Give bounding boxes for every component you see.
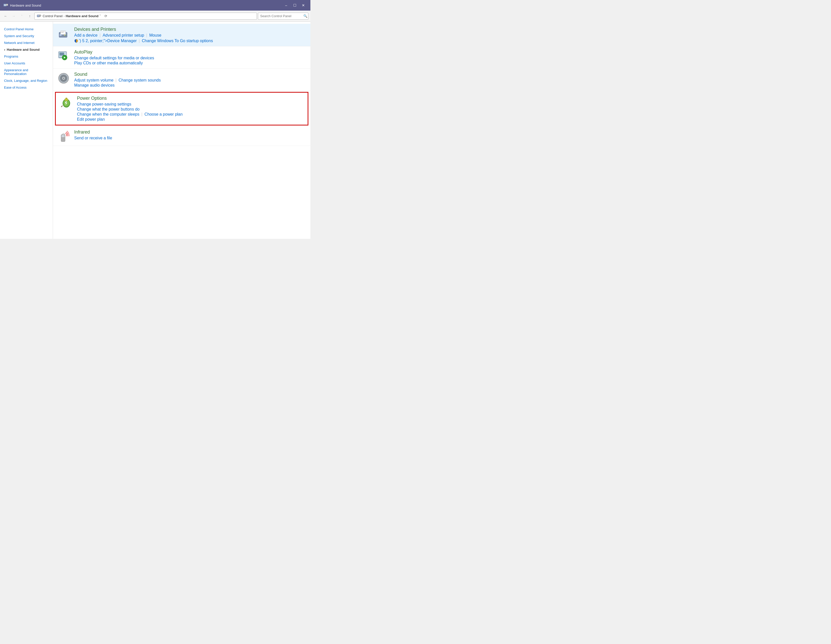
sound-section: Sound Adjust system volume | Change syst…: [53, 69, 310, 91]
infrared-icon: [57, 129, 70, 143]
main-layout: Control Panel Home System and Security N…: [0, 22, 310, 239]
search-input[interactable]: [258, 13, 308, 20]
window-title: Hardware and Sound: [10, 3, 282, 7]
add-device-link[interactable]: Add a device: [74, 33, 98, 38]
sidebar-label: Hardware and Sound: [7, 48, 40, 51]
power-options-icon: [60, 96, 73, 109]
mouse-link[interactable]: Mouse: [149, 33, 161, 38]
minimize-button[interactable]: –: [282, 2, 290, 9]
change-power-saving-link[interactable]: Change power-saving settings: [77, 102, 131, 107]
infrared-title: Infrared: [74, 129, 306, 135]
sidebar-item-ease-of-access[interactable]: Ease of Access: [0, 84, 53, 91]
sidebar-label: Control Panel Home: [4, 27, 33, 31]
svg-rect-28: [65, 98, 67, 99]
svg-point-34: [63, 133, 64, 134]
svg-point-7: [40, 15, 41, 16]
sound-links-row1: Adjust system volume | Change system sou…: [74, 78, 306, 83]
content-area: Devices and Printers Add a device | Adva…: [53, 22, 310, 239]
back-button[interactable]: ←: [2, 13, 9, 20]
path-icon: [37, 14, 41, 18]
svg-rect-1: [4, 4, 6, 6]
refresh-button[interactable]: ⟳: [103, 13, 108, 19]
sound-title: Sound: [74, 72, 306, 77]
sidebar-item-system-security[interactable]: System and Security: [0, 33, 53, 39]
svg-rect-13: [60, 34, 62, 36]
svg-point-24: [63, 78, 64, 79]
change-default-settings-link[interactable]: Change default settings for media or dev…: [74, 56, 154, 61]
forward-button[interactable]: →: [10, 13, 17, 20]
change-power-buttons-link[interactable]: Change what the power buttons do: [77, 107, 140, 112]
change-system-sounds-link[interactable]: Change system sounds: [119, 78, 161, 83]
devices-printers-links-row2: ') 5 2, pointer;">Device Manager | Chang…: [74, 38, 306, 43]
infrared-links-row1: Send or receive a file: [74, 136, 306, 140]
svg-rect-32: [62, 135, 65, 137]
device-manager-link[interactable]: ') 5 2, pointer;">Device Manager: [79, 38, 137, 43]
active-bullet: ●: [4, 49, 5, 51]
sidebar-item-user-accounts[interactable]: User Accounts: [0, 60, 53, 67]
dropdown-history-button[interactable]: ˅: [18, 13, 25, 20]
sidebar-item-clock-language[interactable]: Clock, Language, and Region: [0, 77, 53, 84]
svg-point-3: [6, 4, 8, 5]
svg-point-14: [65, 35, 67, 36]
edit-power-plan-link[interactable]: Edit power plan: [77, 117, 105, 122]
sidebar-item-control-panel-home[interactable]: Control Panel Home: [0, 26, 53, 33]
advanced-printer-setup-link[interactable]: Advanced printer setup: [103, 33, 144, 38]
autoplay-icon: [57, 49, 70, 62]
search-box-wrap: 🔍: [258, 13, 308, 20]
window-controls: – ☐ ✕: [282, 2, 307, 9]
path-part-1: Control Panel: [43, 14, 62, 18]
sidebar-label: Clock, Language, and Region: [4, 79, 47, 83]
svg-point-33: [62, 134, 63, 135]
devices-printers-content: Devices and Printers Add a device | Adva…: [74, 27, 306, 43]
send-receive-file-link[interactable]: Send or receive a file: [74, 136, 112, 140]
power-links-row2: Change what the power buttons do: [77, 107, 304, 112]
devices-printers-title: Devices and Printers: [74, 27, 306, 32]
svg-rect-18: [60, 53, 64, 56]
manage-audio-devices-link[interactable]: Manage audio devices: [74, 83, 115, 88]
sidebar-item-network-internet[interactable]: Network and Internet: [0, 39, 53, 46]
sound-icon: [57, 72, 70, 85]
autoplay-links-row2: Play CDs or other media automatically: [74, 61, 306, 65]
svg-rect-5: [37, 15, 39, 16]
svg-rect-11: [61, 32, 65, 32]
sidebar-item-hardware-sound[interactable]: ● Hardware and Sound: [0, 46, 53, 53]
infrared-section: Infrared Send or receive a file: [53, 126, 310, 146]
sidebar-item-appearance[interactable]: Appearance and Personalization: [0, 67, 53, 77]
autoplay-links-row1: Change default settings for media or dev…: [74, 56, 306, 61]
change-computer-sleeps-link[interactable]: Change when the computer sleeps: [77, 112, 139, 116]
change-windows-to-go-link[interactable]: Change Windows To Go startup options: [142, 38, 213, 43]
close-button[interactable]: ✕: [299, 2, 307, 9]
title-bar: Hardware and Sound – ☐ ✕: [0, 0, 310, 11]
sound-links-row2: Manage audio devices: [74, 83, 306, 88]
shield-icon: [74, 39, 78, 43]
svg-point-35: [64, 134, 65, 135]
sidebar-item-programs[interactable]: Programs: [0, 53, 53, 60]
devices-printers-icon: [57, 27, 70, 40]
app-icon: [3, 3, 8, 8]
autoplay-title: AutoPlay: [74, 49, 306, 55]
sidebar-label: Ease of Access: [4, 86, 27, 89]
svg-point-15: [64, 35, 65, 36]
power-options-title: Power Options: [77, 96, 304, 101]
path-separator: ›: [64, 14, 65, 18]
choose-power-plan-link[interactable]: Choose a power plan: [144, 112, 183, 116]
sidebar-label: Programs: [4, 54, 18, 58]
address-bar: ← → ˅ ↑ Control Panel › Hardware and Sou…: [0, 11, 310, 22]
power-links-row4: Edit power plan: [77, 117, 304, 122]
adjust-system-volume-link[interactable]: Adjust system volume: [74, 78, 113, 83]
power-links-row1: Change power-saving settings: [77, 102, 304, 107]
devices-printers-links-row1: Add a device | Advanced printer setup | …: [74, 33, 306, 38]
sidebar-label: Appearance and Personalization: [4, 68, 49, 76]
up-button[interactable]: ↑: [26, 13, 33, 20]
maximize-button[interactable]: ☐: [291, 2, 299, 9]
svg-rect-12: [61, 32, 64, 33]
path-dropdown-button[interactable]: ˅: [99, 14, 102, 18]
power-options-section: Power Options Change power-saving settin…: [55, 92, 308, 126]
sidebar-label: Network and Internet: [4, 41, 35, 45]
svg-line-30: [61, 106, 62, 107]
play-cds-link[interactable]: Play CDs or other media automatically: [74, 61, 143, 65]
search-button[interactable]: 🔍: [303, 14, 307, 18]
infrared-content: Infrared Send or receive a file: [74, 129, 306, 140]
sound-content: Sound Adjust system volume | Change syst…: [74, 72, 306, 88]
autoplay-section: AutoPlay Change default settings for med…: [53, 46, 310, 69]
